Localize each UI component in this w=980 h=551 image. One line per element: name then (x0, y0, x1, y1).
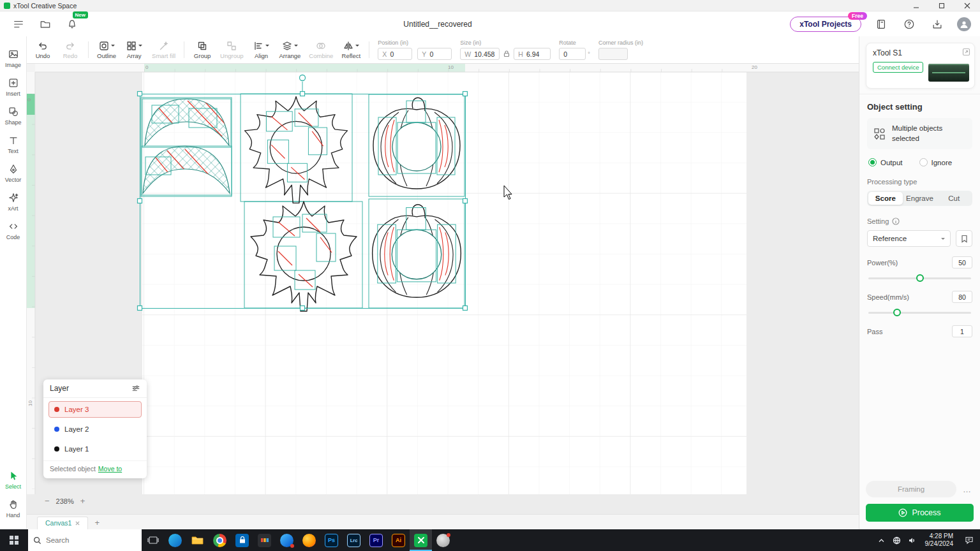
info-icon[interactable] (892, 217, 900, 225)
taskbar-app-firefox[interactable] (298, 529, 320, 551)
library-book-button[interactable] (873, 16, 889, 33)
taskbar-app-premiere[interactable]: Pr (365, 529, 387, 551)
framing-more-button[interactable]: … (960, 485, 974, 494)
position-y-input[interactable]: Y 0 (417, 48, 452, 60)
group-button[interactable]: Group (193, 41, 212, 59)
taskbar-app-photoshop[interactable]: Ps (320, 529, 343, 551)
setting-preset-dropdown[interactable]: Reference (867, 230, 951, 247)
sidebar-item-shape[interactable]: Shape (0, 101, 26, 130)
reflect-button[interactable]: Reflect (341, 41, 360, 59)
pass-input[interactable] (952, 325, 972, 337)
add-canvas-button[interactable]: + (88, 518, 106, 529)
user-avatar[interactable] (957, 17, 971, 31)
menu-button[interactable] (10, 16, 27, 33)
volume-icon[interactable] (905, 529, 920, 551)
corner-radius-input[interactable] (598, 48, 628, 60)
network-status-icon[interactable] (889, 529, 905, 551)
close-button[interactable] (954, 0, 980, 11)
zoom-out-button[interactable]: − (45, 496, 50, 506)
taskbar-app-store[interactable] (231, 529, 253, 551)
smart-fill-button[interactable]: Smart fill (152, 41, 175, 59)
search-input[interactable] (46, 536, 129, 544)
slider-thumb[interactable] (916, 274, 924, 282)
size-height-input[interactable]: H 6.94 (514, 48, 551, 60)
undo-button[interactable]: Undo (33, 41, 52, 59)
framing-button[interactable]: Framing (866, 481, 956, 497)
taskbar-search[interactable] (28, 529, 142, 551)
sidebar-item-image[interactable]: Image (0, 44, 26, 73)
zoom-in-button[interactable]: + (80, 496, 85, 506)
speed-slider[interactable] (868, 308, 971, 317)
canvas-design[interactable] (27, 64, 859, 529)
sidebar-item-code[interactable]: Code (0, 216, 26, 245)
close-tab-icon[interactable] (75, 521, 80, 525)
layer-settings-icon[interactable] (131, 384, 140, 393)
taskbar-app-illustrator[interactable]: Ai (387, 529, 410, 551)
rotate-input[interactable]: 0 (559, 48, 586, 60)
action-center-button[interactable] (958, 529, 980, 551)
task-view-button[interactable] (142, 529, 164, 551)
output-radio[interactable]: Output (868, 158, 903, 166)
sidebar-item-insert[interactable]: Insert (0, 73, 26, 101)
play-icon (898, 508, 907, 517)
tool-hand[interactable]: Hand (0, 494, 26, 523)
taskbar-app-chrome[interactable] (209, 529, 231, 551)
power-input[interactable] (952, 256, 972, 268)
speed-input[interactable] (952, 291, 972, 303)
slider-thumb[interactable] (893, 309, 901, 316)
taskbar-app-edge-beta[interactable] (276, 529, 298, 551)
zoom-level[interactable]: 238% (56, 497, 74, 505)
title-bar: xTool Creative Space (0, 0, 980, 11)
outline-button[interactable]: Outline (97, 41, 116, 59)
tray-expand-button[interactable] (874, 529, 889, 551)
size-width-input[interactable]: W 10.458 (460, 48, 500, 60)
open-file-button[interactable] (37, 16, 54, 33)
taskbar-clock[interactable]: 4:28 PM 9/24/2024 (920, 533, 959, 548)
sidebar-item-vector[interactable]: Vector (0, 159, 26, 187)
save-preset-button[interactable] (956, 230, 972, 247)
tab-score[interactable]: Score (868, 192, 903, 205)
chevron-up-icon (877, 536, 886, 545)
taskbar-app-edge[interactable] (164, 529, 186, 551)
move-to-link[interactable]: Move to (98, 465, 122, 473)
taskbar-app-lightroom[interactable]: Lrc (343, 529, 365, 551)
tool-select[interactable]: Select (0, 466, 26, 494)
xtool-projects-button[interactable]: xTool Projects Free (790, 17, 861, 32)
downloads-tray-button[interactable] (929, 16, 946, 33)
array-button[interactable]: Array (124, 41, 144, 59)
taskbar-app-tile[interactable] (253, 529, 276, 551)
layer-row-2[interactable]: Layer 2 (48, 421, 142, 437)
ungroup-button[interactable]: Ungroup (220, 41, 243, 59)
connect-device-button[interactable]: Connect device (873, 62, 923, 73)
aspect-lock-icon[interactable] (503, 48, 510, 60)
minimize-button[interactable] (903, 0, 929, 11)
layer-row-3[interactable]: Layer 3 (48, 401, 142, 418)
power-slider[interactable] (868, 274, 971, 283)
canvas-tab[interactable]: Canvas1 (37, 517, 88, 529)
combine-button[interactable]: Combine (309, 41, 333, 59)
radio-selected-icon (868, 158, 877, 166)
position-x-input[interactable]: X 0 (378, 48, 412, 60)
sidebar-item-text[interactable]: Text (0, 130, 26, 159)
document-title[interactable]: Untitled__recovered (403, 20, 471, 29)
help-button[interactable] (901, 16, 917, 33)
arrange-button[interactable]: Arrange (279, 41, 301, 59)
sidebar-item-xart[interactable]: xArt (0, 187, 26, 216)
float-window-icon[interactable] (962, 47, 970, 59)
rotate-handle[interactable] (300, 75, 306, 81)
taskbar-app-xtool[interactable] (410, 529, 432, 551)
ignore-radio[interactable]: Ignore (919, 158, 953, 166)
align-button[interactable]: Align (252, 41, 271, 59)
taskbar-app-utility[interactable] (432, 529, 454, 551)
layer-row-1[interactable]: Layer 1 (48, 441, 142, 457)
canvas-viewport[interactable]: 0 10 20 0 10 Layer Layer 3 Layer 2 (27, 64, 859, 529)
process-button[interactable]: Process (866, 504, 974, 522)
start-button[interactable] (0, 529, 28, 551)
maximize-button[interactable] (929, 0, 954, 11)
notifications-bell-button[interactable]: New (64, 16, 80, 33)
slider-track (868, 312, 971, 314)
tab-engrave[interactable]: Engrave (903, 192, 937, 205)
redo-button[interactable]: Redo (61, 41, 80, 59)
taskbar-app-file-explorer[interactable] (186, 529, 209, 551)
tab-cut[interactable]: Cut (937, 192, 971, 205)
